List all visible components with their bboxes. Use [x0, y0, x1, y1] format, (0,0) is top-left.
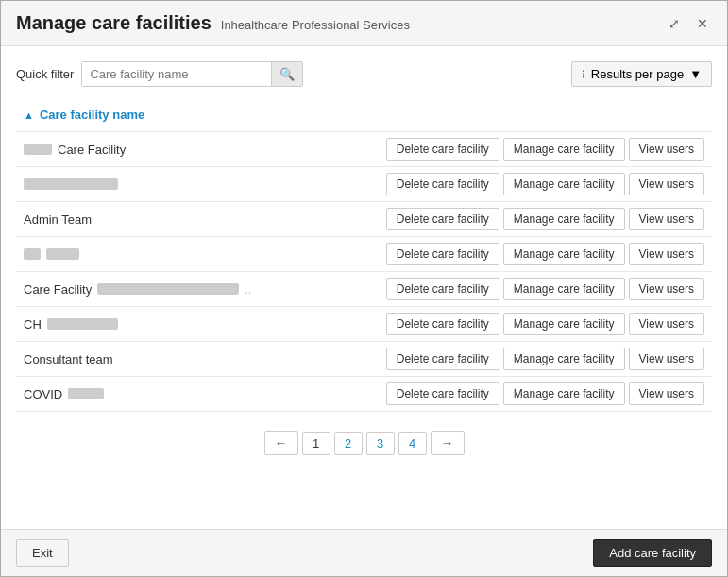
- manage-care-facility-button[interactable]: Manage care facility: [503, 243, 625, 265]
- manage-care-facility-button[interactable]: Manage care facility: [503, 382, 625, 405]
- modal-header: Manage care facilities Inhealthcare Prof…: [1, 1, 727, 46]
- results-per-page-label: Results per page: [591, 67, 684, 81]
- exit-button[interactable]: Exit: [16, 539, 69, 567]
- table-row: Care Facility Delete care facility Manag…: [16, 131, 712, 166]
- grid-icon: ⁝: [582, 67, 585, 81]
- row-name: [24, 178, 386, 190]
- filter-bar: Quick filter 🔍 ⁝ Results per page ▼: [16, 61, 712, 87]
- pagination-next-button[interactable]: →: [431, 431, 465, 455]
- search-button[interactable]: 🔍: [271, 62, 302, 86]
- filter-left: Quick filter 🔍: [16, 61, 303, 87]
- manage-care-facilities-modal: Manage care facilities Inhealthcare Prof…: [0, 0, 728, 577]
- row-name: CH: [24, 317, 386, 331]
- modal-subtitle: Inhealthcare Professional Services: [221, 18, 410, 32]
- view-users-button[interactable]: View users: [629, 348, 704, 370]
- column-header[interactable]: ▲ Care facility name: [16, 102, 712, 127]
- sort-ascending-icon: ▲: [24, 110, 34, 121]
- manage-care-facility-button[interactable]: Manage care facility: [503, 208, 625, 230]
- pagination-page-2-button[interactable]: 2: [334, 432, 363, 455]
- view-users-button[interactable]: View users: [629, 208, 704, 230]
- blurred-suffix: [47, 318, 118, 330]
- view-users-button[interactable]: View users: [629, 382, 704, 405]
- delete-care-facility-button[interactable]: Delete care facility: [386, 382, 499, 405]
- table-row: Consultant team Delete care facility Man…: [16, 341, 712, 376]
- table-row: Admin Team Delete care facility Manage c…: [16, 201, 712, 236]
- manage-care-facility-button[interactable]: Manage care facility: [503, 278, 625, 300]
- results-per-page-button[interactable]: ⁝ Results per page ▼: [571, 61, 712, 87]
- filter-label: Quick filter: [16, 67, 74, 81]
- delete-care-facility-button[interactable]: Delete care facility: [386, 243, 499, 265]
- blurred-suffix: [68, 388, 104, 399]
- row-actions: Delete care facility Manage care facilit…: [386, 173, 704, 195]
- pagination-page-4-button[interactable]: 4: [398, 432, 427, 455]
- view-users-button[interactable]: View users: [629, 173, 704, 195]
- delete-care-facility-button[interactable]: Delete care facility: [386, 278, 499, 300]
- view-users-button[interactable]: View users: [629, 313, 704, 335]
- row-name: [24, 248, 386, 260]
- facilities-table: Care Facility Delete care facility Manag…: [16, 131, 712, 412]
- row-actions: Delete care facility Manage care facilit…: [386, 382, 704, 405]
- row-name: Care Facility: [24, 143, 386, 157]
- title-group: Manage care facilities Inhealthcare Prof…: [16, 12, 410, 34]
- delete-care-facility-button[interactable]: Delete care facility: [386, 138, 499, 161]
- search-icon: 🔍: [279, 67, 295, 81]
- blurred-prefix2: [46, 248, 79, 260]
- row-name: COVID: [24, 387, 386, 401]
- manage-care-facility-button[interactable]: Manage care facility: [503, 313, 625, 335]
- row-actions: Delete care facility Manage care facilit…: [386, 243, 704, 265]
- blurred-prefix: [24, 248, 41, 260]
- modal-footer: Exit Add care facility: [1, 529, 727, 576]
- pagination-page-1-button[interactable]: 1: [302, 432, 330, 455]
- delete-care-facility-button[interactable]: Delete care facility: [386, 173, 499, 195]
- blurred-prefix: [24, 144, 52, 155]
- add-care-facility-button[interactable]: Add care facility: [593, 539, 712, 567]
- delete-care-facility-button[interactable]: Delete care facility: [386, 313, 499, 335]
- table-row: Delete care facility Manage care facilit…: [16, 236, 712, 271]
- row-actions: Delete care facility Manage care facilit…: [386, 348, 704, 370]
- column-header-text: Care facility name: [40, 108, 144, 122]
- modal-title: Manage care facilities: [16, 12, 212, 34]
- close-button[interactable]: ✕: [693, 14, 712, 33]
- manage-care-facility-button[interactable]: Manage care facility: [503, 138, 625, 161]
- table-row: Delete care facility Manage care facilit…: [16, 166, 712, 201]
- view-users-button[interactable]: View users: [629, 243, 704, 265]
- search-input[interactable]: [82, 62, 271, 86]
- row-actions: Delete care facility Manage care facilit…: [386, 208, 704, 230]
- table-row: CH Delete care facility Manage care faci…: [16, 306, 712, 341]
- view-users-button[interactable]: View users: [629, 278, 704, 300]
- filter-input-wrap: 🔍: [81, 61, 303, 87]
- row-actions: Delete care facility Manage care facilit…: [386, 313, 704, 335]
- row-actions: Delete care facility Manage care facilit…: [386, 138, 704, 161]
- blurred-suffix: [97, 283, 239, 295]
- view-users-button[interactable]: View users: [629, 138, 704, 161]
- blurred-name: [24, 178, 118, 190]
- row-actions: Delete care facility Manage care facilit…: [386, 278, 704, 300]
- modal-body: Quick filter 🔍 ⁝ Results per page ▼ ▲ Ca…: [1, 46, 727, 529]
- pagination-prev-button[interactable]: ←: [264, 431, 298, 455]
- header-icons: ⤢ ✕: [665, 14, 712, 33]
- table-row: Care Facility .. Delete care facility Ma…: [16, 271, 712, 306]
- pagination-page-3-button[interactable]: 3: [366, 432, 395, 455]
- pagination: ← 1 2 3 4 →: [16, 431, 712, 455]
- row-name: Consultant team: [24, 352, 386, 366]
- manage-care-facility-button[interactable]: Manage care facility: [503, 173, 625, 195]
- row-name: Care Facility ..: [24, 282, 386, 297]
- expand-button[interactable]: ⤢: [665, 14, 684, 33]
- manage-care-facility-button[interactable]: Manage care facility: [503, 348, 625, 370]
- chevron-down-icon: ▼: [689, 67, 702, 81]
- delete-care-facility-button[interactable]: Delete care facility: [386, 208, 499, 230]
- table-row: COVID Delete care facility Manage care f…: [16, 376, 712, 412]
- delete-care-facility-button[interactable]: Delete care facility: [386, 348, 499, 370]
- row-name: Admin Team: [24, 212, 386, 227]
